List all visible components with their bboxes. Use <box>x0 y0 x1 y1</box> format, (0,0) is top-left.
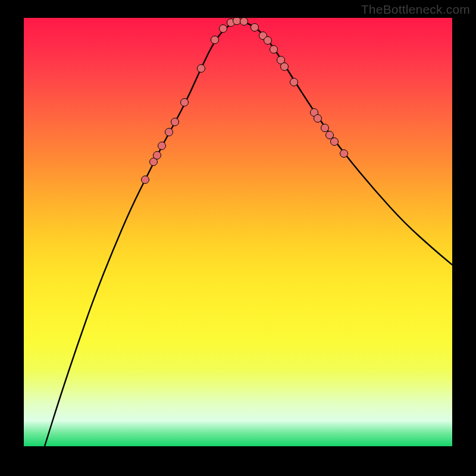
marker-dot <box>321 124 329 132</box>
marker-dot <box>233 18 241 25</box>
marker-dot <box>198 65 205 73</box>
marker-dot <box>326 131 334 139</box>
marker-dot <box>314 115 322 123</box>
curve-markers <box>142 18 348 184</box>
marker-dot <box>331 138 339 146</box>
marker-dot <box>142 176 149 184</box>
marker-dot <box>158 142 166 150</box>
marker-dot <box>165 129 173 136</box>
marker-dot <box>154 152 161 159</box>
chart-frame: TheBottleneck.com <box>0 0 476 476</box>
marker-dot <box>220 25 227 33</box>
plot-area <box>24 18 452 446</box>
marker-dot <box>211 36 219 44</box>
marker-dot <box>251 24 259 32</box>
marker-dot <box>181 99 189 107</box>
watermark-text: TheBottleneck.com <box>361 2 470 17</box>
marker-dot <box>340 150 348 158</box>
bottleneck-curve <box>45 22 452 446</box>
marker-dot <box>171 118 179 126</box>
marker-dot <box>264 37 272 45</box>
marker-dot <box>281 63 289 71</box>
marker-dot <box>290 79 298 86</box>
marker-dot <box>240 18 248 26</box>
curve-layer <box>24 18 452 446</box>
marker-dot <box>270 46 278 54</box>
